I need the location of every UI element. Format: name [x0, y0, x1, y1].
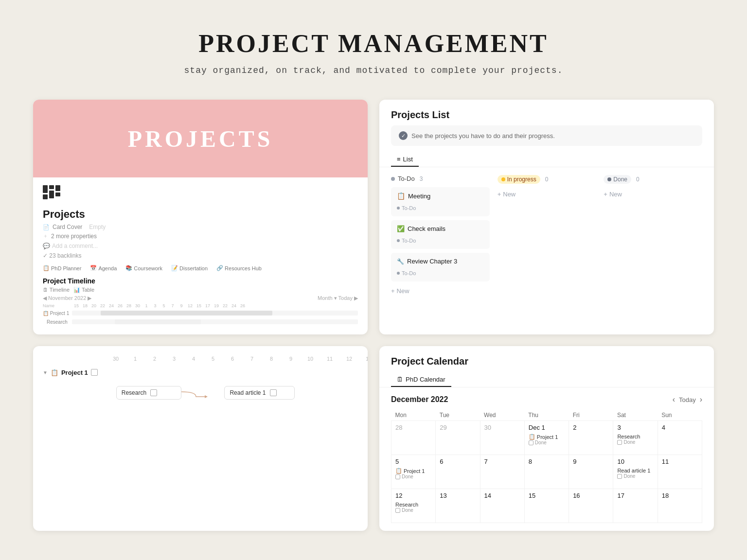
tab-list[interactable]: ≡ List	[391, 153, 419, 167]
svg-marker-0	[205, 395, 208, 398]
card-check-emails-tag: To-Do	[397, 238, 416, 244]
kanban-columns: To-Do 3 📋 Meeting To-Do	[391, 175, 702, 297]
card-meeting-tag: To-Do	[397, 205, 416, 211]
cal-title: Project Calendar	[391, 356, 702, 367]
cal-cell-12: 12 Research Done	[391, 489, 436, 523]
cal-month-row: December 2022 ‹ Today ›	[391, 395, 702, 404]
list-body: To-Do 3 📋 Meeting To-Do	[379, 167, 714, 304]
nav-dissertation[interactable]: 📝Dissertation	[171, 265, 208, 271]
day-sat: Sat	[613, 410, 658, 421]
column-done: Done 0 +New	[604, 175, 702, 297]
event-project1-5: 📋 Project 1 Done	[395, 467, 431, 480]
project-timeline-section: Project Timeline 🗓 Timeline 📊 Table ◀ No…	[43, 277, 358, 326]
projects-list-panel: Projects List ✓ See the projects you hav…	[379, 100, 714, 334]
add-new-todo[interactable]: +New	[391, 285, 490, 297]
event-read-article-10: Read article 1 Done	[617, 467, 653, 479]
todo-label: To-Do	[398, 175, 415, 182]
card-check-emails-title: ✅ Check emails	[397, 225, 484, 232]
cal-week-1: 28 29 30 Dec 1 📋	[391, 421, 702, 455]
project1-track	[106, 365, 358, 380]
column-done-header: Done 0	[604, 175, 702, 184]
projects-backlinks: ✓ 23 backlinks	[43, 252, 358, 259]
kanban-icon	[43, 185, 60, 199]
cal-cell-30: 30	[480, 421, 524, 455]
project1-name: Project 1	[61, 369, 88, 376]
cal-tabs: 🗓 PhD Calendar	[391, 373, 702, 387]
card-review-chapter[interactable]: 🔧 Review Chapter 3 To-Do	[391, 253, 490, 281]
card-meeting-title: 📋 Meeting	[397, 192, 484, 200]
nav-agenda[interactable]: 📅Agenda	[90, 265, 117, 271]
list-panel-desc: ✓ See the projects you have to do and th…	[391, 125, 702, 146]
list-icon: ≡	[397, 156, 401, 163]
todo-count: 3	[420, 175, 423, 182]
cal-cell-28: 28	[391, 421, 436, 455]
check-circle-icon: ✓	[399, 131, 408, 140]
research-checkbox[interactable]	[150, 389, 157, 396]
projects-card-cover-row: 📄 Card Cover Empty	[43, 224, 358, 230]
card-review-chapter-tag: To-Do	[397, 270, 416, 276]
done-badge: Done	[604, 175, 631, 184]
day-sun: Sun	[658, 410, 702, 421]
timeline-label: Project Timeline	[43, 277, 358, 285]
cal-cell-4: 4	[658, 421, 702, 455]
cal-cell-2: 2	[569, 421, 613, 455]
page-title: PROJECT MANAGEMENT	[184, 29, 563, 58]
research-label: Research	[122, 389, 146, 396]
cal-prev-btn[interactable]: ‹	[673, 395, 675, 404]
calendar-panel: Project Calendar 🗓 PhD Calendar December…	[379, 346, 714, 531]
cal-today-btn[interactable]: Today	[679, 396, 696, 403]
cal-body: December 2022 ‹ Today › Mon Tue Wed Thu …	[379, 387, 714, 531]
projects-more-props: ＋ 2 more properties	[43, 232, 358, 240]
day-mon: Mon	[391, 410, 436, 421]
timeline-project1-row: ▼ 📋 Project 1	[43, 365, 358, 380]
calendar-icon: 🗓	[397, 376, 403, 383]
cal-next-btn[interactable]: ›	[700, 395, 702, 404]
cal-cell-18: 18	[658, 489, 702, 523]
cal-cell-9: 9	[569, 455, 613, 489]
nav-coursework[interactable]: 📚Coursework	[125, 265, 162, 271]
timeline-panel: 30 1 2 3 4 5 6 7 8 9 10 11 12 13 14 15	[33, 346, 368, 531]
todo-dot	[391, 177, 395, 181]
day-wed: Wed	[480, 410, 524, 421]
projects-banner: PROJECTS	[33, 100, 368, 177]
add-new-done[interactable]: +New	[604, 189, 702, 200]
event-project1-dec1: 📋 Project 1 Done	[529, 433, 565, 446]
projects-comment[interactable]: 💬 Add a comment...	[43, 243, 358, 249]
research-track-area: Research Read article 1	[106, 384, 358, 402]
read-article-checkbox[interactable]	[270, 389, 277, 396]
calendar-grid: Mon Tue Wed Thu Fri Sat Sun 28	[391, 410, 702, 523]
cal-cell-6: 6	[436, 455, 480, 489]
project1-row-icon: 📋	[51, 369, 58, 376]
column-inprogress: In progress 0 +New	[498, 175, 596, 297]
timeline-date-row: 15182022242628301357912151719222426	[72, 303, 247, 308]
day-tue: Tue	[436, 410, 480, 421]
cal-cell-8: 8	[524, 455, 569, 489]
nav-phd-planner[interactable]: 📋PhD Planner	[43, 265, 81, 271]
cal-cell-5: 5 📋 Project 1 Done	[391, 455, 436, 489]
cal-cell-7: 7	[480, 455, 524, 489]
cal-header: Project Calendar 🗓 PhD Calendar	[379, 346, 714, 387]
nav-resources-hub[interactable]: 🔗Resources Hub	[216, 265, 262, 271]
card-check-emails[interactable]: ✅ Check emails To-Do	[391, 220, 490, 249]
tab-phd-calendar[interactable]: 🗓 PhD Calendar	[391, 373, 451, 387]
column-todo-header: To-Do 3	[391, 175, 490, 182]
cal-cell-16: 16	[569, 489, 613, 523]
add-new-inprogress[interactable]: +New	[498, 189, 596, 200]
projects-panel: PROJECTS	[33, 100, 368, 334]
timeline-dates-row: 30 1 2 3 4 5 6 7 8 9 10 11 12 13 14 15	[106, 356, 358, 362]
research-bar[interactable]: Research	[116, 386, 182, 400]
projects-nav: 📋PhD Planner 📅Agenda 📚Coursework 📝Disser…	[43, 265, 358, 271]
cal-cell-3: 3 Research Done	[613, 421, 658, 455]
timeline-content: 30 1 2 3 4 5 6 7 8 9 10 11 12 13 14 15	[33, 346, 368, 531]
column-todo: To-Do 3 📋 Meeting To-Do	[391, 175, 490, 297]
inprogress-count: 0	[545, 176, 549, 183]
card-meeting[interactable]: 📋 Meeting To-Do	[391, 187, 490, 216]
cal-month-title: December 2022	[391, 395, 448, 404]
list-panel-title: Projects List	[391, 109, 702, 121]
list-panel-header: Projects List ✓ See the projects you hav…	[379, 100, 714, 167]
cal-week-2: 5 📋 Project 1 Done	[391, 455, 702, 489]
read-article-bar[interactable]: Read article 1	[224, 386, 295, 400]
timeline-research-row: Research Read article 1	[43, 384, 358, 402]
timeline-research-row: Research	[43, 318, 358, 326]
project1-checkbox[interactable]	[91, 369, 98, 376]
